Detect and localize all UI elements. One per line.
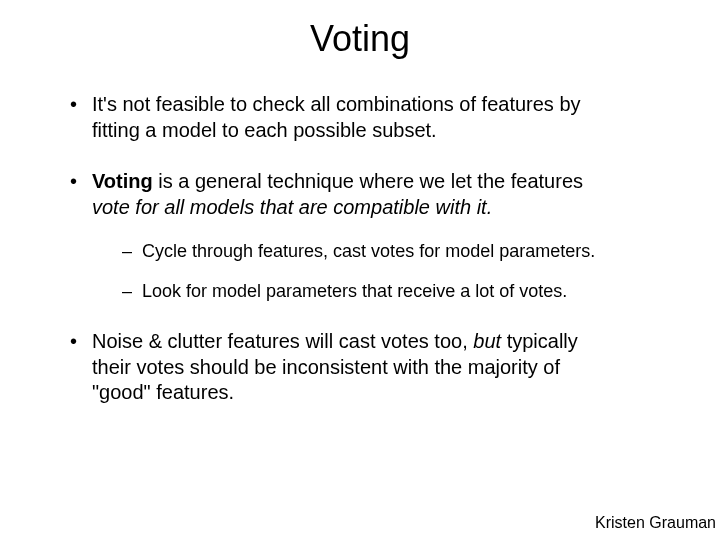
- credit-text: Kristen Grauman: [595, 514, 716, 532]
- bullet-text: "good" features.: [92, 381, 234, 403]
- sub-list: Cycle through features, cast votes for m…: [92, 240, 690, 303]
- bullet-italic: vote for all models that are compatible …: [92, 196, 492, 218]
- bullet-item: Noise & clutter features will cast votes…: [70, 329, 690, 406]
- bullet-text: typically: [501, 330, 578, 352]
- slide: Voting It's not feasible to check all co…: [0, 0, 720, 540]
- sub-text: Cycle through features, cast votes for m…: [142, 241, 595, 261]
- sub-item: Look for model parameters that receive a…: [122, 280, 690, 303]
- bullet-text: is a general technique where we let the …: [153, 170, 583, 192]
- bullet-list: It's not feasible to check all combinati…: [30, 92, 690, 406]
- bullet-text: fitting a model to each possible subset.: [92, 119, 437, 141]
- sub-item: Cycle through features, cast votes for m…: [122, 240, 690, 263]
- bullet-item: It's not feasible to check all combinati…: [70, 92, 690, 143]
- sub-text: Look for model parameters that receive a…: [142, 281, 567, 301]
- bullet-text: It's not feasible to check all combinati…: [92, 93, 581, 115]
- bullet-text: Noise & clutter features will cast votes…: [92, 330, 473, 352]
- slide-title: Voting: [30, 18, 690, 60]
- bullet-text: their votes should be inconsistent with …: [92, 356, 560, 378]
- bullet-item: Voting is a general technique where we l…: [70, 169, 690, 303]
- bullet-italic: but: [473, 330, 501, 352]
- bullet-bold: Voting: [92, 170, 153, 192]
